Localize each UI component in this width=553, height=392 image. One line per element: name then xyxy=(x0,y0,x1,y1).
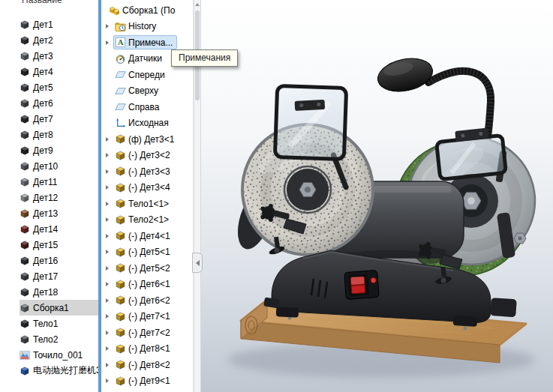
feature-tree-item-label: Датчики xyxy=(128,53,162,64)
expand-arrow-icon[interactable] xyxy=(101,24,113,28)
feature-tree-item[interactable]: (-) Дет8<1 xyxy=(101,341,193,358)
parts-list-item-label: Дет6 xyxy=(33,98,53,109)
part-icon xyxy=(115,198,126,209)
expand-arrow-icon[interactable] xyxy=(101,137,113,142)
lamp-head[interactable] xyxy=(374,54,435,96)
feature-tree-item-label: Сверху xyxy=(128,85,158,96)
parts-list-item[interactable]: Дет16 xyxy=(0,253,98,268)
feature-tree-item[interactable]: AПримеча... xyxy=(101,34,193,51)
parts-list-item-label: Дет13 xyxy=(33,208,58,219)
part-icon xyxy=(115,311,126,322)
parts-list-item[interactable]: 电动抛光打磨机3 xyxy=(0,363,98,379)
feature-tree-item-label: (-) Дет6<1 xyxy=(128,279,170,289)
expand-arrow-icon[interactable] xyxy=(101,250,113,254)
expand-arrow-icon[interactable] xyxy=(101,40,113,45)
feature-tree-item[interactable]: Исходная xyxy=(101,115,193,132)
parts-list-item[interactable]: Дет4 xyxy=(0,64,98,79)
annotations-icon: A xyxy=(115,37,126,48)
parts-list-item[interactable]: Дет7 xyxy=(0,111,98,127)
feature-tree-item-label: (-) Дет4<1 xyxy=(128,231,170,241)
feature-tree-item-label: Тело2<1> xyxy=(128,214,169,225)
feature-tree-item-label: (-) Дет8<1 xyxy=(128,343,170,354)
feature-tree-item[interactable]: (-) Дет7<1 xyxy=(101,309,193,325)
cube-icon xyxy=(20,82,30,93)
parts-list-item[interactable]: Дет9 xyxy=(0,142,98,158)
feature-tree-item[interactable]: Справа xyxy=(101,99,193,115)
feature-tree-item[interactable]: (-) Дет3<3 xyxy=(101,163,193,180)
parts-list-item-label: Дет10 xyxy=(33,161,58,172)
parts-list-item-label: Дет9 xyxy=(33,145,53,156)
cube-icon xyxy=(20,256,30,266)
parts-list-item[interactable]: Тело2 xyxy=(0,331,98,347)
power-switch[interactable] xyxy=(344,271,379,300)
part-icon xyxy=(115,295,126,306)
expand-arrow-icon[interactable] xyxy=(101,217,113,222)
feature-tree-item[interactable]: (-) Дет4<1 xyxy=(101,228,193,244)
parts-list-item[interactable]: Дет2 xyxy=(0,32,98,48)
parts-list-item[interactable]: Дет8 xyxy=(0,127,98,142)
feature-tree-item[interactable]: Сверху xyxy=(101,83,193,100)
feature-tree-item-label: (-) Дет7<1 xyxy=(128,311,170,322)
expand-arrow-icon[interactable] xyxy=(101,363,113,367)
feature-tree-item-label: Примеча... xyxy=(128,37,173,48)
expand-arrow-icon[interactable] xyxy=(101,282,113,286)
parts-list-item[interactable]: Дет15 xyxy=(0,237,98,253)
feature-tree-item-label: (-) Дет5<2 xyxy=(128,263,170,274)
cube-icon xyxy=(20,319,30,329)
feature-tree-item[interactable]: (-) Дет5<1 xyxy=(101,244,193,261)
expand-arrow-icon[interactable] xyxy=(101,346,113,351)
cube-icon xyxy=(20,303,30,313)
feature-tree-item[interactable]: (-) Дет9<1 xyxy=(101,373,193,390)
parts-list-item[interactable]: Тело1 xyxy=(0,316,98,331)
expand-arrow-icon[interactable] xyxy=(101,185,113,190)
feature-tree-item-label: Тело1<1> xyxy=(128,199,169,209)
feature-tree-item-label: (-) Дет3<2 xyxy=(128,150,170,160)
feature-tree-root[interactable]: Сборка1 (По xyxy=(101,2,193,19)
scrollbar-up-arrow-icon[interactable] xyxy=(194,0,200,9)
feature-tree-item[interactable]: (-) Дет5<2 xyxy=(101,260,193,277)
feature-tree-item[interactable]: (-) Дет6<1 xyxy=(101,277,193,293)
feature-tree-item[interactable]: Тело1<1> xyxy=(101,196,193,212)
parts-list-item-label: Дет2 xyxy=(33,35,53,46)
3d-viewport[interactable] xyxy=(201,0,553,392)
parts-list-item[interactable]: Дет1 xyxy=(0,16,98,32)
feature-tree-item[interactable]: (-) Дет3<2 xyxy=(101,148,193,164)
feature-tree-item-label: Спереди xyxy=(128,70,165,80)
expand-arrow-icon[interactable] xyxy=(101,266,113,271)
feature-tree-item[interactable]: (-) Дет8<2 xyxy=(101,357,193,373)
parts-list-item-label: Дет15 xyxy=(33,240,58,250)
cube-icon xyxy=(20,19,30,30)
feature-tree-item[interactable]: Спереди xyxy=(101,67,193,83)
parts-list-item[interactable]: Дет3 xyxy=(0,48,98,64)
parts-list-item[interactable]: Сборка1 xyxy=(0,300,98,316)
parts-list-item[interactable]: Дет14 xyxy=(0,221,98,237)
expand-arrow-icon[interactable] xyxy=(101,379,113,383)
feature-tree-item[interactable]: (-) Дет7<2 xyxy=(101,325,193,341)
parts-list-item[interactable]: Дет10 xyxy=(0,158,98,174)
feature-tree-item[interactable]: Тело2<1> xyxy=(101,212,193,229)
feature-tree-item[interactable]: History xyxy=(101,19,193,35)
expand-arrow-icon[interactable] xyxy=(101,298,113,303)
expand-arrow-icon[interactable] xyxy=(101,234,113,238)
parts-list-item[interactable]: Дет18 xyxy=(0,284,98,300)
expand-arrow-icon[interactable] xyxy=(101,331,113,335)
expand-arrow-icon[interactable] xyxy=(101,202,113,206)
panel-collapse-tab[interactable] xyxy=(192,253,203,273)
parts-list-item-label: Дет3 xyxy=(33,51,53,61)
expand-arrow-icon[interactable] xyxy=(101,169,113,174)
parts-list-item[interactable]: Дет17 xyxy=(0,268,98,284)
parts-list-item[interactable]: Дет13 xyxy=(0,205,98,221)
parts-list-item[interactable]: Дет11 xyxy=(0,174,98,190)
feature-tree-item[interactable]: (-) Дет3<4 xyxy=(101,180,193,196)
parts-list-item[interactable]: Дет12 xyxy=(0,190,98,205)
parts-list-item[interactable]: Дет5 xyxy=(0,79,98,95)
grinder-3d-model[interactable] xyxy=(201,0,553,392)
expand-arrow-icon[interactable] xyxy=(101,153,113,157)
feature-tree-item-label: (-) Дет3<4 xyxy=(128,182,170,193)
parts-list-item[interactable]: Дет6 xyxy=(0,95,98,111)
feature-tree-item-label: (-) Дет6<2 xyxy=(128,295,170,306)
expand-arrow-icon[interactable] xyxy=(101,314,113,319)
parts-list-item[interactable]: Точило_001 xyxy=(0,347,98,363)
feature-tree-item[interactable]: (-) Дет6<2 xyxy=(101,292,193,309)
feature-tree-item[interactable]: (ф) Дет3<1 xyxy=(101,131,193,148)
